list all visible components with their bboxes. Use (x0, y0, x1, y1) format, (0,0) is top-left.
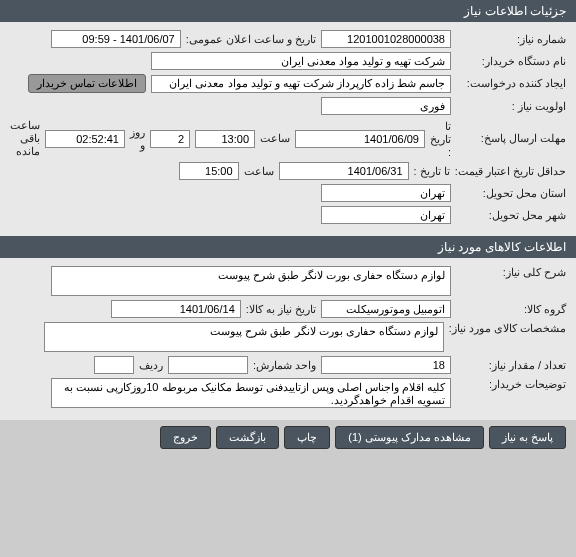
back-button[interactable]: بازگشت (216, 426, 279, 449)
priority-label: اولویت نیاز : (456, 100, 566, 113)
notes-field[interactable] (51, 378, 451, 408)
send-deadline-label: مهلت ارسال پاسخ: (456, 132, 566, 145)
day-count-field[interactable] (150, 130, 190, 148)
buyer-field[interactable] (151, 52, 451, 70)
price-date-field[interactable] (279, 162, 409, 180)
spec-field[interactable] (44, 322, 444, 352)
delivery-city-field[interactable] (321, 206, 451, 224)
price-time-field[interactable] (179, 162, 239, 180)
section-title: جزئیات اطلاعات نیاز (464, 4, 566, 18)
qty-field[interactable] (321, 356, 451, 374)
announce-label: تاریخ و ساعت اعلان عمومی: (186, 33, 316, 46)
to-date-label-1: تا تاریخ : (430, 120, 451, 158)
exit-button[interactable]: خروج (160, 426, 211, 449)
row-field[interactable] (94, 356, 134, 374)
remain-label: ساعت باقی مانده (10, 119, 40, 158)
unit-label: واحد شمارش: (253, 359, 316, 372)
desc-label: شرح کلی نیاز: (456, 266, 566, 279)
need-date-label: تاریخ نیاز به کالا: (246, 303, 316, 316)
section-header-need-details: جزئیات اطلاعات نیاز (0, 0, 576, 22)
row-label: ردیف (139, 359, 163, 372)
section-goods: شرح کلی نیاز: گروه کالا: تاریخ نیاز به ک… (0, 258, 576, 420)
delivery-city-label: شهر محل تحویل: (456, 209, 566, 222)
price-validity-label: حداقل تاریخ اعتبار قیمت: (455, 165, 566, 178)
remain-time-field[interactable] (45, 130, 125, 148)
send-date-field[interactable] (295, 130, 425, 148)
group-label: گروه کالا: (456, 303, 566, 316)
buyer-label: نام دستگاه خریدار: (456, 55, 566, 68)
requester-field[interactable] (151, 75, 451, 93)
desc-field[interactable] (51, 266, 451, 296)
send-time-field[interactable] (195, 130, 255, 148)
footer-bar: پاسخ به نیاز مشاهده مدارک پیوستی (1) چاپ… (0, 420, 576, 455)
group-field[interactable] (321, 300, 451, 318)
print-button[interactable]: چاپ (284, 426, 330, 449)
section-need-details: شماره نیاز: تاریخ و ساعت اعلان عمومی: نا… (0, 22, 576, 236)
need-date-field[interactable] (111, 300, 241, 318)
time-label-1: ساعت (260, 132, 290, 145)
announce-field[interactable] (51, 30, 181, 48)
need-no-label: شماره نیاز: (456, 33, 566, 46)
priority-field[interactable] (321, 97, 451, 115)
qty-label: تعداد / مقدار نیاز: (456, 359, 566, 372)
delivery-province-label: استان محل تحویل: (456, 187, 566, 200)
requester-label: ایجاد کننده درخواست: (456, 77, 566, 90)
section-header-goods: اطلاعات کالاهای مورد نیاز (0, 236, 576, 258)
day-label: روز و (130, 126, 145, 152)
need-no-field[interactable] (321, 30, 451, 48)
notes-label: توضیحات خریدار: (456, 378, 566, 391)
section-title-goods: اطلاعات کالاهای مورد نیاز (438, 240, 566, 254)
unit-field[interactable] (168, 356, 248, 374)
attachments-button[interactable]: مشاهده مدارک پیوستی (1) (335, 426, 484, 449)
reply-button[interactable]: پاسخ به نیاز (489, 426, 566, 449)
spec-label: مشخصات کالای مورد نیاز: (449, 322, 566, 335)
delivery-province-field[interactable] (321, 184, 451, 202)
contact-buyer-button[interactable]: اطلاعات تماس خریدار (28, 74, 146, 93)
time-label-2: ساعت (244, 165, 274, 178)
to-date-label-2: تا تاریخ : (414, 165, 450, 178)
